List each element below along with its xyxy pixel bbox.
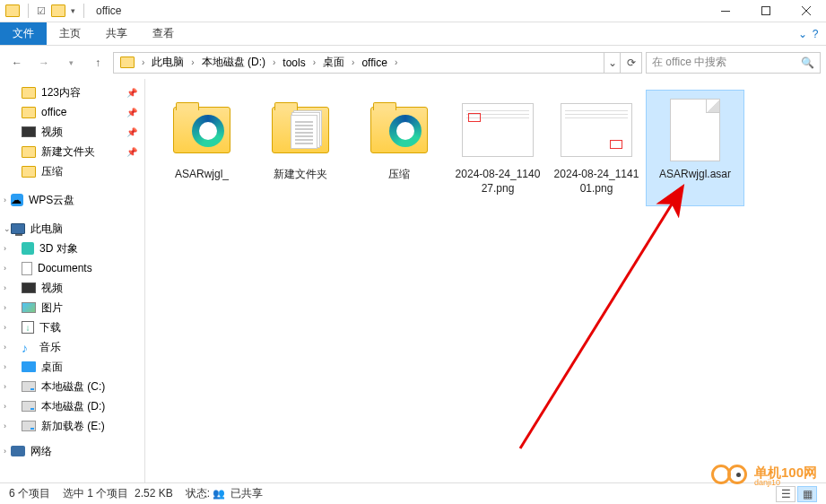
refresh-button[interactable]: ⟳ bbox=[620, 53, 641, 73]
ribbon-expand-button[interactable]: ⌄ ? bbox=[790, 22, 826, 45]
tab-share[interactable]: 共享 bbox=[93, 22, 140, 45]
expand-icon[interactable]: › bbox=[4, 343, 6, 352]
chevron-right-icon[interactable]: › bbox=[349, 57, 357, 67]
sidebar-item-this-pc[interactable]: ⌄此电脑 bbox=[0, 219, 144, 239]
chevron-right-icon[interactable]: › bbox=[139, 57, 147, 67]
folder-icon bbox=[120, 56, 135, 68]
maximize-button[interactable] bbox=[745, 0, 786, 22]
file-icon bbox=[670, 99, 720, 161]
window-title: office bbox=[96, 4, 121, 17]
search-input[interactable]: 在 office 中搜索 🔍 bbox=[646, 52, 821, 74]
folder-icon bbox=[22, 87, 36, 99]
sidebar-item-label: 音乐 bbox=[39, 340, 61, 355]
file-pane[interactable]: ASARwjgl_ 新建文件夹 压缩 2024-08-24_114027.png… bbox=[145, 79, 826, 482]
dropdown-icon[interactable]: ▾ bbox=[71, 6, 75, 15]
expand-icon[interactable]: › bbox=[4, 447, 6, 456]
expand-icon[interactable]: › bbox=[4, 382, 6, 391]
breadcrumb[interactable]: tools bbox=[278, 53, 309, 73]
recent-dropdown[interactable]: ▾ bbox=[59, 52, 83, 74]
pictures-icon bbox=[22, 302, 36, 313]
view-details-button[interactable]: ☰ bbox=[776, 486, 796, 502]
documents-icon bbox=[291, 115, 317, 149]
sidebar-item-label: 本地磁盘 (D:) bbox=[41, 399, 105, 414]
address-dropdown[interactable]: ⌄ bbox=[604, 53, 620, 73]
breadcrumb[interactable]: 本地磁盘 (D:) bbox=[197, 53, 270, 73]
folder-icon bbox=[5, 4, 20, 17]
file-item[interactable]: ASARwjgl.asar bbox=[646, 90, 744, 206]
file-item[interactable]: 2024-08-24_114027.png bbox=[448, 90, 547, 206]
checkbox-icon[interactable]: ☑ bbox=[37, 5, 46, 17]
sidebar-item-desktop[interactable]: ›桌面 bbox=[0, 357, 144, 377]
search-placeholder: 在 office 中搜索 bbox=[652, 55, 726, 70]
sidebar-item-label: 压缩 bbox=[41, 164, 63, 179]
sidebar-item-quickaccess[interactable]: 新建文件夹📌 bbox=[0, 142, 144, 161]
back-button[interactable]: ← bbox=[5, 52, 29, 74]
sidebar-item-wps[interactable]: ›☁WPS云盘 bbox=[0, 190, 144, 210]
sidebar-item-label: 新建文件夹 bbox=[41, 144, 95, 160]
network-icon bbox=[11, 446, 25, 456]
sidebar-item-3d[interactable]: ›3D 对象 bbox=[0, 239, 144, 258]
tab-view[interactable]: 查看 bbox=[140, 22, 187, 45]
sidebar-item-label: WPS云盘 bbox=[29, 193, 74, 208]
minimize-button[interactable] bbox=[705, 0, 745, 22]
sidebar-item-drive-d[interactable]: ›本地磁盘 (D:) bbox=[0, 396, 144, 416]
drive-icon bbox=[22, 381, 36, 392]
expand-icon[interactable]: › bbox=[4, 323, 6, 332]
close-button[interactable] bbox=[786, 0, 826, 22]
pc-icon bbox=[11, 223, 25, 234]
file-item[interactable]: 压缩 bbox=[350, 90, 448, 206]
tab-file[interactable]: 文件 bbox=[0, 22, 47, 45]
folder-icon bbox=[51, 4, 65, 17]
sidebar-item-quickaccess[interactable]: 123内容📌 bbox=[0, 83, 144, 102]
file-item[interactable]: 新建文件夹 bbox=[251, 90, 350, 206]
help-icon[interactable]: ? bbox=[813, 28, 819, 40]
up-button[interactable]: ↑ bbox=[86, 52, 109, 74]
chevron-right-icon[interactable]: › bbox=[392, 57, 400, 67]
expand-icon[interactable]: › bbox=[4, 283, 6, 292]
address-bar[interactable]: › 此电脑 › 本地磁盘 (D:) › tools › 桌面 › office … bbox=[113, 52, 642, 74]
drive-icon bbox=[22, 421, 36, 431]
tab-home[interactable]: 主页 bbox=[47, 22, 93, 45]
view-large-icons-button[interactable]: ▦ bbox=[797, 486, 817, 502]
sidebar-item-documents[interactable]: ›Documents bbox=[0, 258, 144, 278]
expand-icon[interactable]: › bbox=[4, 244, 6, 253]
chevron-right-icon[interactable]: › bbox=[188, 57, 196, 67]
sidebar-item-videos[interactable]: ›视频 bbox=[0, 278, 144, 298]
expand-icon[interactable]: › bbox=[4, 303, 6, 312]
sidebar-item-downloads[interactable]: ›↓下载 bbox=[0, 317, 144, 337]
expand-icon[interactable]: › bbox=[4, 362, 6, 371]
sidebar-item-music[interactable]: ›♪音乐 bbox=[0, 337, 144, 357]
sidebar-item-pictures[interactable]: ›图片 bbox=[0, 298, 144, 317]
pin-icon: 📌 bbox=[126, 88, 137, 98]
breadcrumb[interactable]: 此电脑 bbox=[147, 53, 188, 73]
edge-icon bbox=[192, 115, 224, 147]
breadcrumb[interactable]: office bbox=[357, 53, 391, 73]
sidebar-item-quickaccess[interactable]: office📌 bbox=[0, 102, 144, 122]
chevron-right-icon[interactable]: › bbox=[310, 57, 318, 67]
close-icon bbox=[802, 6, 811, 15]
expand-icon[interactable]: › bbox=[4, 421, 6, 430]
collapse-icon[interactable]: ⌄ bbox=[4, 224, 11, 233]
expand-icon[interactable]: › bbox=[4, 264, 6, 273]
folder-icon bbox=[272, 107, 329, 153]
sidebar-item-drive-c[interactable]: ›本地磁盘 (C:) bbox=[0, 377, 144, 396]
expand-icon[interactable]: › bbox=[4, 402, 6, 411]
sidebar-item-quickaccess[interactable]: 视频📌 bbox=[0, 122, 144, 142]
forward-button[interactable]: → bbox=[32, 52, 56, 74]
sidebar-item-label: Documents bbox=[38, 262, 92, 274]
chevron-right-icon[interactable]: › bbox=[270, 57, 278, 67]
file-item[interactable]: ASARwjgl_ bbox=[152, 90, 251, 206]
sidebar-item-network[interactable]: ›网络 bbox=[0, 441, 144, 461]
documents-icon bbox=[22, 262, 32, 275]
file-item[interactable]: 2024-08-24_114101.png bbox=[547, 90, 646, 206]
sidebar-item-drive-e[interactable]: ›新加载卷 (E:) bbox=[0, 416, 144, 436]
sidebar-item-quickaccess[interactable]: 压缩 bbox=[0, 161, 144, 181]
sidebar-item-label: 视频 bbox=[41, 125, 63, 140]
expand-icon[interactable]: › bbox=[4, 196, 6, 204]
breadcrumb-root[interactable] bbox=[116, 53, 139, 73]
ribbon: 文件 主页 共享 查看 ⌄ ? bbox=[0, 22, 826, 46]
image-thumbnail bbox=[561, 103, 632, 157]
watermark-subtext: danji10 bbox=[754, 479, 817, 487]
file-label: 2024-08-24_114101.png bbox=[552, 168, 641, 196]
breadcrumb[interactable]: 桌面 bbox=[318, 53, 349, 73]
